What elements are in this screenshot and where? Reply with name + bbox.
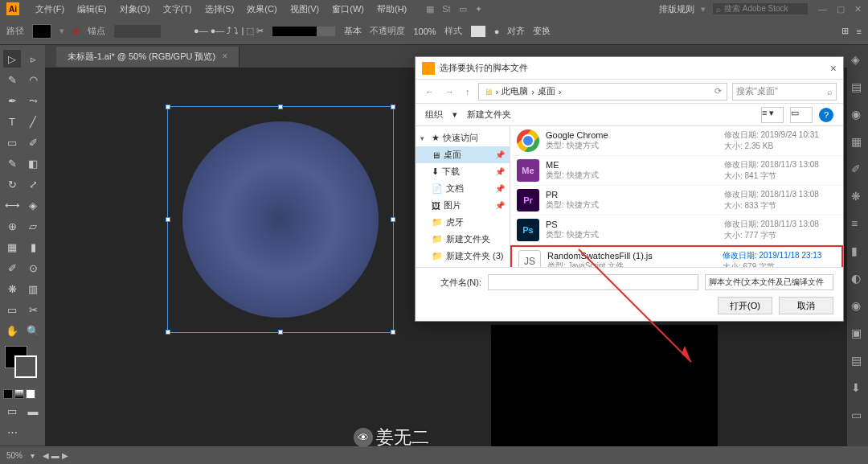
- properties-panel-icon[interactable]: ◈: [851, 53, 864, 66]
- width-tool[interactable]: ⟷: [3, 196, 21, 214]
- transparency-panel-icon[interactable]: ◐: [851, 272, 864, 285]
- maximize-icon[interactable]: ▢: [837, 4, 845, 14]
- stroke-profile[interactable]: [272, 26, 336, 37]
- handle-bottom-right[interactable]: [391, 330, 395, 335]
- menu-effect[interactable]: 效果(C): [240, 3, 283, 15]
- opacity-value[interactable]: 100%: [413, 27, 436, 36]
- slice-tool[interactable]: ✂: [24, 301, 42, 318]
- hand-tool[interactable]: ✋: [3, 322, 21, 339]
- free-transform-tool[interactable]: ◈: [24, 196, 42, 214]
- open-button[interactable]: 打开(O): [718, 297, 772, 314]
- type-tool[interactable]: T: [3, 113, 21, 130]
- selection-bounds[interactable]: [167, 106, 394, 333]
- nav-back-icon[interactable]: ←: [422, 87, 437, 96]
- color-panel-icon[interactable]: ◉: [851, 108, 864, 121]
- pen-tool[interactable]: ✒: [3, 92, 21, 109]
- paintbrush-tool[interactable]: ✐: [24, 133, 42, 151]
- dialog-search[interactable]: 搜索"桌面" ⌕: [732, 83, 837, 101]
- graph-tool[interactable]: ▥: [24, 280, 42, 298]
- arrange-icon[interactable]: ▭: [459, 4, 467, 14]
- layout-dropdown[interactable]: 排版规则: [659, 3, 694, 15]
- transform-button[interactable]: 变换: [533, 25, 551, 37]
- sidebar-documents[interactable]: 📄文档📌: [416, 180, 510, 197]
- handle-top-left[interactable]: [166, 105, 170, 109]
- organize-button[interactable]: 组织: [425, 109, 443, 121]
- sidebar-downloads[interactable]: ⬇下载📌: [416, 163, 510, 180]
- style-swatch[interactable]: [470, 25, 486, 38]
- menu-object[interactable]: 对象(O): [113, 3, 157, 15]
- preview-pane-button[interactable]: ▭: [790, 107, 813, 123]
- direct-selection-tool[interactable]: ▹: [24, 50, 42, 68]
- panel-toggle-icon[interactable]: ⊞: [841, 26, 849, 36]
- scale-tool[interactable]: ⤢: [24, 175, 42, 193]
- shaper-tool[interactable]: ✎: [3, 154, 21, 172]
- dialog-close-icon[interactable]: ×: [830, 62, 837, 75]
- screen-mode-full[interactable]: ▬: [24, 402, 42, 420]
- panel-menu-icon[interactable]: ≡: [857, 27, 862, 36]
- filename-input[interactable]: [488, 274, 698, 290]
- mesh-tool[interactable]: ▦: [3, 238, 21, 256]
- document-tab[interactable]: 未标题-1.ai* @ 50% (RGB/GPU 预览) ×: [56, 47, 240, 67]
- symbols-panel-icon[interactable]: ❋: [851, 190, 864, 203]
- help-icon[interactable]: ?: [819, 108, 833, 122]
- artboard-tool[interactable]: ▭: [3, 301, 21, 318]
- graphic-styles-panel-icon[interactable]: ▣: [851, 326, 864, 339]
- anchor-dropdown[interactable]: [113, 24, 162, 39]
- perspective-tool[interactable]: ▱: [24, 217, 42, 235]
- blend-tool[interactable]: ⊙: [24, 259, 42, 277]
- stroke-panel-icon[interactable]: ≡: [851, 217, 864, 230]
- cancel-button[interactable]: 取消: [779, 297, 833, 314]
- artboards-panel-icon[interactable]: ▭: [851, 409, 864, 421]
- fill-swatch[interactable]: [32, 24, 51, 39]
- handle-top-right[interactable]: [391, 105, 395, 109]
- brushes-panel-icon[interactable]: ✐: [851, 162, 864, 175]
- gradient-panel-icon[interactable]: ▮: [851, 244, 864, 257]
- stock-icon[interactable]: St: [442, 4, 450, 14]
- file-row[interactable]: PrPR类型: 快捷方式修改日期: 2018/11/3 13:08大小: 833…: [510, 186, 843, 216]
- sidebar-huya[interactable]: 📁虎牙: [416, 214, 510, 231]
- file-row[interactable]: JSRandomSwatchesFill (1).js类型: JavaScrip…: [510, 245, 843, 267]
- minimize-icon[interactable]: —: [818, 4, 827, 14]
- asset-export-panel-icon[interactable]: ⬇: [851, 381, 864, 394]
- none-mode-icon[interactable]: [26, 389, 35, 399]
- file-row[interactable]: Google Chrome类型: 快捷方式修改日期: 2019/9/24 10:…: [510, 126, 843, 156]
- lasso-tool[interactable]: ◠: [24, 71, 42, 88]
- handle-mid-left[interactable]: [166, 217, 170, 222]
- view-mode-button[interactable]: ≡ ▾: [761, 107, 784, 123]
- sidebar-quick-access[interactable]: ★快速访问: [416, 129, 510, 146]
- eraser-tool[interactable]: ◧: [24, 154, 42, 172]
- gradient-mode-icon[interactable]: [14, 389, 24, 399]
- handle-top-center[interactable]: [278, 105, 283, 109]
- edit-toolbar[interactable]: ⋯: [3, 423, 21, 441]
- bridge-icon[interactable]: ▦: [426, 4, 434, 14]
- shape-builder-tool[interactable]: ⊕: [3, 217, 21, 235]
- line-tool[interactable]: ╱: [24, 113, 42, 130]
- nav-up-icon[interactable]: ↑: [462, 87, 473, 96]
- zoom-level[interactable]: 50%: [6, 451, 23, 460]
- sidebar-new-folder-3[interactable]: 📁新建文件夹 (3): [416, 248, 510, 265]
- artboard-nav[interactable]: ◀ ▬ ▶: [43, 451, 68, 460]
- screen-mode-normal[interactable]: ▭: [3, 402, 21, 420]
- rectangle-tool[interactable]: ▭: [3, 133, 21, 151]
- new-folder-button[interactable]: 新建文件夹: [467, 109, 511, 121]
- handle-mid-right[interactable]: [391, 217, 395, 222]
- gpu-icon[interactable]: ✦: [475, 4, 482, 14]
- menu-edit[interactable]: 编辑(E): [71, 3, 113, 15]
- file-row[interactable]: PsPS类型: 快捷方式修改日期: 2018/11/3 13:08大小: 777…: [510, 216, 843, 245]
- magic-wand-tool[interactable]: ✎: [3, 71, 21, 88]
- stock-search[interactable]: ⌕ 搜索 Adobe Stock: [712, 2, 809, 15]
- handle-bottom-left[interactable]: [166, 330, 170, 335]
- rotate-tool[interactable]: ↻: [3, 175, 21, 193]
- nav-forward-icon[interactable]: →: [442, 87, 457, 96]
- menu-select[interactable]: 选择(S): [199, 3, 241, 15]
- libraries-panel-icon[interactable]: ▤: [851, 80, 864, 93]
- curvature-tool[interactable]: ⤳: [24, 92, 42, 109]
- menu-type[interactable]: 文字(T): [157, 3, 199, 15]
- menu-file[interactable]: 文件(F): [29, 3, 71, 15]
- zoom-tool[interactable]: 🔍: [24, 322, 42, 339]
- gradient-tool[interactable]: ▮: [24, 238, 42, 256]
- color-mode-icon[interactable]: [3, 389, 13, 399]
- sidebar-new-folder[interactable]: 📁新建文件夹: [416, 231, 510, 248]
- file-filter-dropdown[interactable]: 脚本文件(文本文件及已编译文件: [705, 274, 833, 290]
- sidebar-desktop[interactable]: 🖥桌面📌: [416, 146, 510, 163]
